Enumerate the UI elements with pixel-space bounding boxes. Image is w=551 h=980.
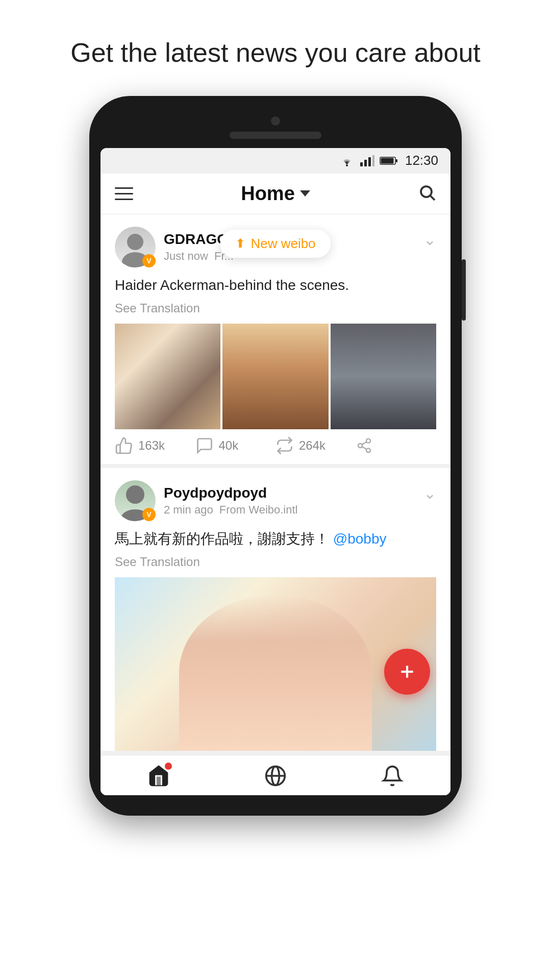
chevron-down-icon <box>300 190 310 197</box>
username-2: Poydpoydpoyd <box>164 485 298 501</box>
power-button[interactable] <box>462 259 466 321</box>
share-button[interactable] <box>356 437 437 454</box>
avatar-2[interactable]: V <box>115 480 156 521</box>
chevron-down-icon-2[interactable]: ⌄ <box>423 484 436 502</box>
speaker <box>230 132 321 139</box>
search-button[interactable] <box>418 183 436 204</box>
avatar[interactable]: V <box>115 227 156 267</box>
svg-rect-2 <box>364 160 367 166</box>
nav-discover[interactable] <box>264 765 287 787</box>
vip-badge-2: V <box>142 508 156 521</box>
new-weibo-toast[interactable]: ⬆ New weibo <box>220 230 331 258</box>
phone-frame: 12:30 Home ⬆ New weibo <box>89 96 462 816</box>
post-image-1[interactable] <box>115 324 220 429</box>
mention[interactable]: @bobby <box>333 531 387 547</box>
front-camera <box>271 116 280 126</box>
repost-button[interactable]: 264k <box>276 436 356 455</box>
post-time-2: 2 min ago From Weibo.intl <box>164 503 298 517</box>
toast-arrow-icon: ⬆ <box>235 236 245 251</box>
battery-icon <box>380 156 398 166</box>
see-translation-button[interactable]: See Translation <box>115 301 436 315</box>
post-card-2: V Poydpoydpoyd 2 min ago From Weibo.intl… <box>101 468 450 755</box>
svg-line-15 <box>362 447 366 449</box>
see-translation-button-2[interactable]: See Translation <box>115 555 436 569</box>
signal-icon <box>360 155 374 166</box>
image-grid <box>115 324 436 429</box>
action-bar: 163k 40k 264k <box>115 429 436 464</box>
comment-button[interactable]: 40k <box>195 436 276 455</box>
svg-rect-7 <box>396 159 397 162</box>
svg-rect-6 <box>381 158 393 163</box>
post-image-3[interactable] <box>331 324 436 429</box>
status-time: 12:30 <box>405 153 438 168</box>
vip-badge: V <box>142 254 156 267</box>
nav-home[interactable] <box>147 765 170 787</box>
toast-text: New weibo <box>251 236 315 252</box>
header-title[interactable]: Home <box>241 183 310 205</box>
post-card: ⬆ New weibo V <box>101 214 450 468</box>
svg-point-17 <box>126 485 144 504</box>
menu-button[interactable] <box>115 187 133 200</box>
phone-screen: 12:30 Home ⬆ New weibo <box>101 148 450 795</box>
svg-line-9 <box>431 196 435 200</box>
svg-rect-4 <box>372 155 374 166</box>
svg-point-12 <box>366 439 370 443</box>
post-content-2: 馬上就有新的作品啦，謝謝支持！ @bobby <box>115 528 436 550</box>
feed: ⬆ New weibo V <box>101 214 450 755</box>
svg-point-0 <box>346 164 348 166</box>
status-bar: 12:30 <box>101 148 450 174</box>
svg-line-16 <box>362 442 366 445</box>
headline: Get the latest news you care about <box>30 0 521 96</box>
chevron-down-icon[interactable]: ⌄ <box>423 231 436 249</box>
bottom-nav <box>101 755 450 795</box>
app-header: Home <box>101 174 450 214</box>
post-content: Haider Ackerman-behind the scenes. <box>115 275 436 296</box>
svg-rect-3 <box>368 157 371 166</box>
post-header-2: V Poydpoydpoyd 2 min ago From Weibo.intl… <box>115 480 436 521</box>
nav-notifications[interactable] <box>381 765 404 787</box>
svg-point-8 <box>421 186 432 197</box>
post-image-2[interactable] <box>222 324 328 429</box>
home-nav-dot <box>165 763 172 770</box>
fab-button[interactable] <box>384 649 430 695</box>
svg-point-14 <box>366 448 370 452</box>
wifi-icon <box>339 155 355 166</box>
svg-point-10 <box>127 234 143 250</box>
svg-point-13 <box>358 444 362 448</box>
svg-rect-1 <box>360 162 363 166</box>
like-button[interactable]: 163k <box>115 436 195 455</box>
